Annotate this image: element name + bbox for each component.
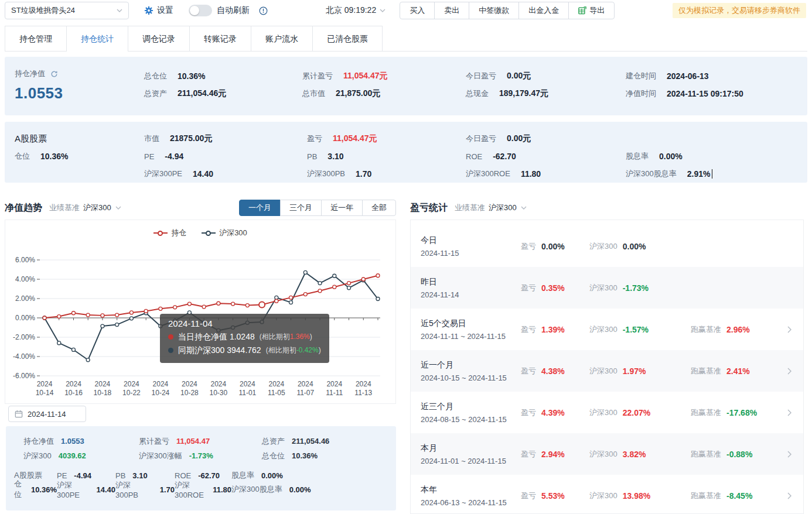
profit-row-last-month: 近一个月2024-10-15 ~ 2024-11-15 盈亏4.38% 沪深30…	[411, 350, 803, 392]
nav-value: 1.0553	[15, 84, 144, 102]
svg-text:2024: 2024	[356, 380, 371, 388]
period-3-months[interactable]: 三个月	[280, 200, 322, 216]
chevron-down-icon	[117, 9, 122, 12]
legend-line-icon	[202, 232, 216, 234]
legend-item-csi300[interactable]: 沪深300	[202, 228, 247, 238]
svg-text:2024: 2024	[37, 380, 53, 388]
svg-text:10-22: 10-22	[122, 389, 141, 397]
clock-text: 北京 09:19:22	[326, 5, 376, 16]
account-select-value: ST垃圾堆挑骨头24	[11, 5, 75, 16]
open-date-value: 2024-06-13	[667, 71, 709, 81]
svg-text:-6.00%: -6.00%	[13, 372, 35, 380]
settings-button[interactable]: 设置	[144, 5, 173, 16]
date-picker[interactable]: 2024-11-14	[8, 406, 86, 422]
svg-text:11-05: 11-05	[268, 389, 285, 397]
row-detail-chevron[interactable]	[787, 451, 791, 458]
svg-text:2024: 2024	[66, 380, 81, 388]
period-all[interactable]: 全部	[362, 200, 396, 216]
auto-refresh-toggle[interactable]	[189, 5, 212, 16]
account-summary-panel: 持仓净值 1.0553 总仓位10.36% 总资产211,054.46元 累计盈…	[5, 57, 807, 115]
tab-transfer-records[interactable]: 转账记录	[189, 26, 251, 51]
deposit-withdraw-button[interactable]: 出金入金	[518, 2, 569, 19]
svg-text:2024: 2024	[326, 380, 342, 388]
svg-text:6.00%: 6.00%	[15, 256, 35, 264]
profit-stats-header: 盈亏统计 业绩基准 沪深300	[410, 199, 804, 217]
svg-text:-4.00%: -4.00%	[13, 352, 35, 361]
chevron-down-icon	[380, 9, 385, 12]
period-1-month[interactable]: 一个月	[239, 200, 281, 216]
row-detail-chevron[interactable]	[787, 409, 791, 416]
row-detail-chevron[interactable]	[787, 326, 791, 333]
svg-text:2024: 2024	[182, 380, 197, 388]
nav-trend-chart: 6.00%4.00%2.00%0.00%-2.00%-4.00%-6.00%20…	[5, 239, 395, 403]
period-button-group: 一个月 三个月 近一年 全部	[239, 200, 396, 216]
tab-account-flow[interactable]: 账户流水	[251, 26, 313, 51]
refresh-icon[interactable]	[50, 70, 58, 78]
sell-button[interactable]: 卖出	[434, 2, 469, 19]
profit-stats-card: 今日2024-11-15 盈亏0.00% 沪深3000.00% 昨日2024-1…	[410, 220, 804, 514]
buy-button[interactable]: 买入	[400, 2, 435, 19]
profit-row-this-year: 本年2024-06-13 ~ 2024-11-15 盈亏5.53% 沪深3001…	[411, 475, 803, 514]
row-detail-chevron[interactable]	[787, 368, 791, 375]
svg-text:10-28: 10-28	[180, 389, 199, 397]
top-toolbar: ST垃圾堆挑骨头24 设置 自动刷新 北京 09:19:22	[5, 2, 806, 19]
profit-row-last-5-days: 近5个交易日2024-11-11 ~ 2024-11-15 盈亏1.39% 沪深…	[411, 309, 803, 350]
tab-cleared-stocks[interactable]: 已清仓股票	[312, 26, 383, 51]
svg-text:2024: 2024	[95, 380, 111, 388]
svg-text:-2.00%: -2.00%	[13, 333, 35, 341]
market-clock[interactable]: 北京 09:19:22	[326, 5, 385, 16]
nav-trend-header: 净值趋势 业绩基准 沪深300 一个月 三个月 近一年 全部	[5, 199, 396, 217]
profit-row-today: 今日2024-11-15 盈亏0.00% 沪深3000.00%	[411, 225, 803, 267]
gear-icon	[144, 6, 153, 15]
profit-row-yesterday: 昨日2024-11-14 盈亏0.35% 沪深300-1.73%	[411, 267, 803, 309]
trade-button-group: 买入 卖出 中签缴款 出金入金 导出	[400, 2, 615, 19]
svg-text:0.00%: 0.00%	[15, 314, 35, 322]
svg-text:10-18: 10-18	[94, 389, 112, 397]
svg-text:10-24: 10-24	[152, 389, 170, 397]
svg-text:2024: 2024	[268, 380, 284, 388]
simulation-notice: 仅为模拟记录，交易请移步券商软件	[673, 3, 806, 18]
main-tabbar: 持仓管理 持仓统计 调仓记录 转账记录 账户流水 已清仓股票	[5, 26, 807, 52]
a-share-position: 10.36%	[40, 152, 68, 161]
ipo-payment-button[interactable]: 中签缴款	[469, 2, 519, 19]
svg-text:2.00%: 2.00%	[15, 294, 35, 303]
tab-position-management[interactable]: 持仓管理	[5, 26, 67, 51]
svg-text:2024: 2024	[153, 380, 169, 388]
total-position-value: 10.36%	[178, 71, 205, 81]
svg-text:2024: 2024	[298, 380, 313, 388]
export-button[interactable]: 导出	[568, 2, 615, 19]
legend-item-holding[interactable]: 持仓	[153, 228, 186, 238]
chart-legend: 持仓 沪深300	[5, 228, 395, 238]
cumulative-pl-value: 11,054.47元	[343, 71, 388, 81]
account-select[interactable]: ST垃圾堆挑骨头24	[5, 2, 129, 19]
profit-row-this-month: 本月2024-11-01 ~ 2024-11-15 盈亏2.94% 沪深3003…	[411, 433, 803, 475]
profit-stats-title: 盈亏统计	[410, 202, 448, 214]
nav-trend-title: 净值趋势	[5, 202, 42, 214]
row-detail-chevron[interactable]	[787, 492, 791, 499]
legend-line-icon	[153, 232, 168, 234]
period-1-year[interactable]: 近一年	[321, 200, 363, 216]
total-cash-value: 189,179.47元	[499, 88, 548, 99]
svg-text:10-30: 10-30	[210, 389, 228, 397]
total-assets-value: 211,054.46元	[178, 88, 226, 99]
svg-text:2024: 2024	[124, 380, 139, 388]
svg-text:2024: 2024	[211, 380, 227, 388]
portfolio-statistics-page: ST垃圾堆挑骨头24 设置 自动刷新 北京 09:19:22	[0, 0, 812, 514]
benchmark-select[interactable]: 沪深300	[83, 203, 121, 213]
tab-position-statistics[interactable]: 持仓统计	[66, 26, 128, 51]
svg-text:11-13: 11-13	[354, 389, 372, 397]
benchmark-select[interactable]: 沪深300	[489, 203, 527, 213]
toggle-knob	[190, 6, 199, 15]
svg-text:10-14: 10-14	[36, 389, 54, 397]
chevron-down-icon	[521, 206, 527, 210]
profit-row-last-3-months: 近三个月2024-08-15 ~ 2024-11-15 盈亏4.39% 沪深30…	[411, 392, 803, 433]
svg-text:11-01: 11-01	[238, 389, 256, 397]
tab-rebalance-records[interactable]: 调仓记录	[128, 26, 190, 51]
nav-time-value: 2024-11-15 09:17:50	[667, 89, 743, 98]
selected-day-stats-panel: 持仓净值1.0553 累计盈亏11,054.47 总资产211,054.46 沪…	[6, 426, 396, 510]
svg-text:4.00%: 4.00%	[15, 275, 35, 283]
text-cursor	[712, 169, 712, 179]
svg-text:10-16: 10-16	[64, 389, 83, 397]
date-picker-value: 2024-11-14	[28, 410, 66, 419]
info-icon[interactable]	[259, 6, 268, 15]
